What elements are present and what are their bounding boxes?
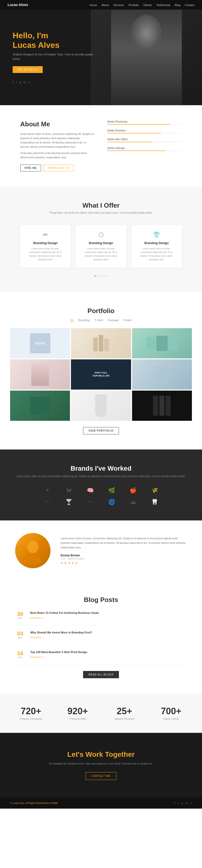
skill-illustrator-label: Adobe Illustrator [107, 129, 182, 132]
skill-indesign-bar [107, 151, 182, 151]
nav-about[interactable]: About [101, 3, 109, 6]
hero-social: f t g in v [12, 81, 99, 84]
cta-title-end: Work Together [83, 750, 135, 758]
hero-person-photo [111, 9, 182, 105]
footer-social-twitter[interactable]: t [178, 801, 179, 805]
nav-contact[interactable]: Contact [185, 3, 195, 6]
blog-post-3-title: Top 100 Most Beautiful T-Shirt Print Des… [30, 651, 187, 654]
offer-title: What I Offer [10, 202, 192, 209]
portfolio-item-8[interactable] [71, 391, 131, 421]
brand-6: 🌾 [145, 487, 164, 494]
portfolio-item-9[interactable] [132, 391, 192, 421]
offer-card-1-title: Branding Design [25, 241, 66, 245]
portfolio-section: Portfolio All Branding T-Shirt Package P… [0, 292, 202, 450]
about-title: About Me [20, 120, 95, 128]
download-cv-button[interactable]: DOWNLOAD CV [44, 164, 74, 172]
filter-package[interactable]: Package [108, 319, 119, 322]
blog-day-2: 03 [15, 631, 25, 637]
about-skills: Adobe Photoshop Adobe Illustrator Adobe … [107, 120, 182, 172]
filter-branding[interactable]: Branding [78, 319, 90, 322]
view-portfolio-button[interactable]: VIEW PORTFOLIO [83, 427, 119, 434]
offer-card-3: 👕 Branding Design Lorem ipsum dolor sit … [131, 225, 182, 268]
cta-contact-button[interactable]: CONTACT ME [85, 772, 116, 780]
stat-awards: 25+ Awards Received [103, 706, 145, 720]
offer-card-2-text: Lorem ipsum dolor sit amet, consectetur … [81, 247, 121, 261]
skill-indesign-label: Adobe Indesign [107, 147, 182, 150]
social-facebook[interactable]: f [12, 81, 14, 84]
nav-portfolio[interactable]: Portfolio [128, 3, 138, 6]
hero-image [91, 9, 202, 105]
svg-point-1 [24, 556, 42, 563]
testimonial-role: CEO - Tapwork Studios [60, 557, 187, 560]
footer-social-vimeo[interactable]: v [191, 801, 192, 805]
portfolio-item-1[interactable]: AQUAS [10, 328, 70, 359]
social-google[interactable]: g [20, 81, 21, 84]
portfolio-item-2[interactable] [71, 328, 131, 359]
dot-4[interactable] [103, 275, 105, 277]
stat-products-number: 920+ [57, 706, 99, 716]
about-section: About Me Lorem ipsum dolor sit amet, con… [0, 105, 202, 186]
testimonial-section: Lorem ipsum dolor sit amet, consectetur … [0, 521, 202, 581]
brand-3: 🧠 [81, 487, 100, 494]
portfolio-item-5[interactable]: DON'T KILL OUR WILD LIFE [71, 360, 131, 390]
dot-5[interactable] [106, 275, 108, 277]
hero-cta-button[interactable]: GET IN TOUCH [12, 66, 43, 73]
social-linkedin[interactable]: in [24, 81, 26, 84]
blog-post-1: 30 AUG Best Rules To Follow For Achievin… [15, 611, 187, 625]
nav-home[interactable]: Home [90, 3, 97, 6]
brand-4: 🌿 [102, 487, 121, 494]
hero-heading: Hello, I'm Lucas Alves [12, 31, 99, 50]
stat-clients-number: 700+ [150, 706, 192, 716]
skill-illustrator-fill [107, 133, 161, 133]
dot-3[interactable] [100, 275, 102, 277]
blog-readmore-2[interactable]: Read More ↗ [30, 636, 44, 639]
read-all-blogs-button[interactable]: READ ALL BLOGS [83, 671, 119, 678]
brand-2: 🐿 [59, 487, 78, 494]
footer-social-linkedin[interactable]: in [185, 801, 188, 805]
testimonial-author: Emma Brown CEO - Tapwork Studios ★ ★ ★ ★… [60, 553, 187, 565]
nav-services[interactable]: Services [113, 3, 124, 6]
nav-blog[interactable]: Blog [175, 3, 180, 6]
hire-me-button[interactable]: HIRE ME [20, 164, 41, 172]
offer-card-1-text: Lorem ipsum dolor sit amet, consectetur … [25, 247, 66, 261]
blog-readmore-3[interactable]: Read More ↗ [30, 656, 44, 658]
stat-awards-number: 25+ [103, 706, 145, 716]
dot-1[interactable] [94, 275, 96, 277]
cta-description: I'm available for freelance work. Have a… [10, 762, 192, 766]
skill-photoshop-bar [107, 124, 182, 125]
social-vimeo[interactable]: v [28, 81, 30, 84]
testimonial-avatar [15, 533, 51, 568]
footer-social-google[interactable]: g [181, 801, 183, 805]
offer-card-2: ⬡ Branding Design Lorem ipsum dolor sit … [76, 225, 126, 268]
skill-illustrator-bar [107, 133, 182, 133]
blog-date-1: 30 AUG [15, 611, 25, 619]
filter-poster[interactable]: Poster [124, 319, 132, 322]
blog-date-2: 03 NOV [15, 631, 25, 639]
footer-social-facebook[interactable]: f [175, 801, 175, 805]
nav-testimonial[interactable]: Testimonial [156, 3, 170, 6]
blog-readmore-1[interactable]: Read More ↗ [30, 617, 44, 619]
dot-2[interactable] [97, 275, 99, 277]
offer-card-2-title: Branding Design [81, 241, 121, 245]
filter-tshirt[interactable]: T-Shirt [95, 319, 103, 322]
offer-icon-1: ✏ [25, 231, 66, 238]
portfolio-item-6[interactable] [132, 360, 192, 390]
blog-content-1: Best Rules To Follow For Achieving Busin… [30, 611, 187, 620]
brands-section: Brands I've Worked Lorem ipsum dolor sit… [0, 450, 202, 521]
offer-icon-2: ⬡ [81, 231, 121, 238]
portfolio-item-3[interactable] [132, 328, 192, 359]
brand-5: 🍎 [124, 487, 143, 494]
filter-all[interactable]: All [70, 319, 73, 322]
cta-title-highlight: s [79, 750, 83, 758]
social-twitter[interactable]: t [16, 81, 17, 84]
offer-card-3-text: Lorem ipsum dolor sit amet, consectetur … [136, 247, 177, 261]
about-left: About Me Lorem ipsum dolor sit amet, con… [20, 120, 95, 172]
stat-projects-number: 720+ [10, 706, 52, 716]
nav-links: Home About Services Portfolio Clients Te… [90, 2, 195, 7]
brand-10: 🌀 [102, 499, 121, 505]
logo-highlight: Lucas [7, 3, 18, 7]
nav-clients[interactable]: Clients [143, 3, 152, 6]
portfolio-item-7[interactable] [10, 391, 70, 421]
logo-rest: Alves [18, 3, 28, 7]
portfolio-item-4[interactable] [10, 360, 70, 390]
